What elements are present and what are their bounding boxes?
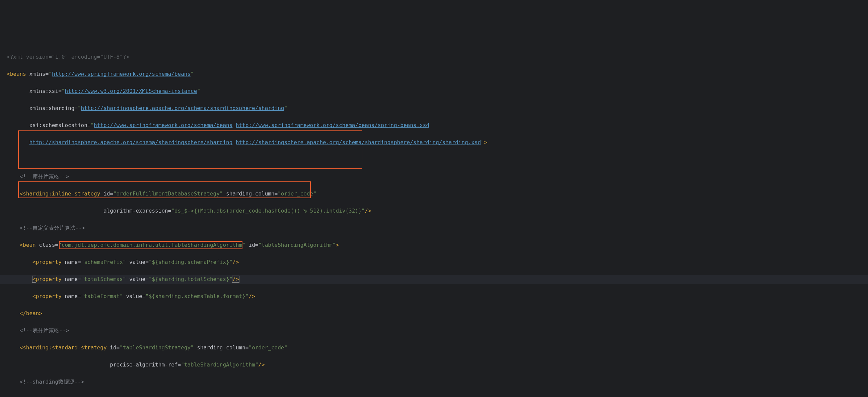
equals: = <box>117 344 120 351</box>
attr-name: class <box>39 242 55 248</box>
code-line[interactable]: </bean> <box>0 309 868 318</box>
equals: = <box>97 396 100 397</box>
equals: = <box>55 242 59 248</box>
tag-close: > <box>484 139 488 145</box>
url-link[interactable]: http://www.w3.org/2001/XMLSchema-instanc… <box>65 88 197 94</box>
equals: = <box>110 191 113 197</box>
indent <box>7 88 29 94</box>
attr-name: xsi:schemaLocation <box>29 122 87 129</box>
xml-decl-attr: encoding <box>68 54 97 60</box>
tag-close: /> <box>232 259 239 265</box>
xml-comment: <!--库分片策略--> <box>20 173 69 180</box>
attr-name: algorithm-expression <box>103 207 168 214</box>
url-link[interactable]: http://shardingsphere.apache.org/schema/… <box>81 105 284 111</box>
attr-value: "tableShardingStrategy" <box>120 344 194 351</box>
code-line[interactable]: <sharding:inline-strategy id="orderFulfi… <box>0 190 868 198</box>
code-line[interactable]: <!--自定义表分片算法--> <box>0 224 868 232</box>
attr-name: id <box>90 396 97 397</box>
quote: " <box>62 88 65 94</box>
attr-value: "ds_$->{(Math.abs(order_code.hashCode())… <box>171 207 365 214</box>
code-line[interactable]: xsi:schemaLocation="http://www.springfra… <box>0 121 868 130</box>
attr-name: name <box>65 259 78 265</box>
tag-open: < <box>32 276 36 282</box>
tag-open: < <box>7 259 36 265</box>
attr-value: "${sharding.totalSchemas}" <box>149 276 232 282</box>
attr-name: precise-algorithm-ref <box>110 362 178 368</box>
code-line[interactable]: <property name="tableFormat" value="${sh… <box>0 292 868 301</box>
indent <box>7 139 29 145</box>
tag-name: property <box>36 293 65 300</box>
tag-open: < <box>7 344 23 351</box>
url-link[interactable]: http://shardingsphere.apache.org/schema/… <box>29 139 232 145</box>
tag-open: < <box>7 396 23 397</box>
code-line-blank[interactable] <box>0 155 868 164</box>
attr-name: value <box>126 259 145 265</box>
code-line-cursor[interactable]: <property name="totalSchemas" value="${s… <box>0 275 868 284</box>
quote: " <box>90 122 94 129</box>
xml-decl-val: ="UTF-8" <box>97 54 123 60</box>
indent <box>7 173 20 180</box>
tag-close: > <box>336 242 339 248</box>
attr-name: id <box>103 191 110 197</box>
code-line[interactable]: <!--表分片策略--> <box>0 326 868 335</box>
code-line[interactable]: <sharding:data-source id="orderFulfillme… <box>0 395 868 397</box>
equals: = <box>275 191 278 197</box>
equals: = <box>78 293 81 300</box>
tag-close: /> <box>249 293 255 300</box>
equals: = <box>74 105 78 111</box>
code-line[interactable]: <?xml version="1.0" encoding="UTF-8"?> <box>0 53 868 61</box>
attr-value: "orderFulfillmentShardingJDBCDataSource" <box>100 396 229 397</box>
space <box>232 139 236 145</box>
url-link[interactable]: http://www.springframework.org/schema/be… <box>94 122 232 129</box>
code-line[interactable]: xmlns:xsi="http://www.w3.org/2001/XMLSch… <box>0 87 868 95</box>
equals: = <box>178 362 181 368</box>
attr-value: "order_code" <box>249 344 288 351</box>
attr-value: "${sharding.schemaPrefix}" <box>149 259 232 265</box>
xml-comment: <!--自定义表分片算法--> <box>20 225 85 231</box>
xml-comment: <!--表分片策略--> <box>20 327 69 334</box>
tag-open: </ <box>7 310 26 316</box>
equals: = <box>145 276 149 282</box>
equals: = <box>58 88 62 94</box>
equals: = <box>245 344 249 351</box>
attr-value: "${sharding.schemaTable.format}" <box>145 293 248 300</box>
quote: " <box>78 105 81 111</box>
tag-close: /> <box>365 207 371 214</box>
url-link[interactable]: http://shardingsphere.apache.org/schema/… <box>236 139 481 145</box>
equals: = <box>78 259 81 265</box>
indent <box>7 105 29 111</box>
tag-name: sharding:data-source <box>23 396 90 397</box>
code-editor[interactable]: <?xml version="1.0" encoding="UTF-8"?> <… <box>0 35 868 397</box>
code-line[interactable]: http://shardingsphere.apache.org/schema/… <box>0 138 868 147</box>
attr-value: "tableFormat" <box>81 293 123 300</box>
indent <box>7 207 103 214</box>
code-line[interactable]: <!--库分片策略--> <box>0 172 868 181</box>
attr-value: "orderFulfillmentDatabaseStrategy" <box>113 191 223 197</box>
code-line[interactable]: <sharding:standard-strategy id="tableSha… <box>0 343 868 352</box>
attr-name: id <box>245 242 255 248</box>
url-link[interactable]: http://www.springframework.org/schema/be… <box>236 122 429 129</box>
code-line[interactable]: <beans xmlns="http://www.springframework… <box>0 70 868 79</box>
attr-name: xmlns:sharding <box>29 105 74 111</box>
attr-name: value <box>123 293 142 300</box>
tag-name: sharding:standard-strategy <box>23 344 110 351</box>
code-line[interactable]: xmlns:sharding="http://shardingsphere.ap… <box>0 104 868 113</box>
tag-name: bean <box>26 310 39 316</box>
indent <box>7 225 20 231</box>
code-line[interactable]: algorithm-expression="ds_$->{(Math.abs(o… <box>0 206 868 215</box>
indent <box>7 122 29 129</box>
tag-name: bean <box>23 242 39 248</box>
code-line[interactable]: <bean class="com.jdl.uep.ofc.domain.infr… <box>0 241 868 250</box>
xml-decl-attr: xml version <box>13 54 49 60</box>
attr-value: "schemaPrefix" <box>81 259 126 265</box>
xml-comment: <!--sharding数据源--> <box>20 378 84 385</box>
quote: " <box>284 105 287 111</box>
tag-open: < <box>7 191 23 197</box>
url-link[interactable]: http://www.springframework.org/schema/be… <box>52 71 190 77</box>
attr-name: name <box>65 276 78 282</box>
quote: " <box>197 88 200 94</box>
code-line[interactable]: precise-algorithm-ref="tableShardingAlgo… <box>0 361 868 369</box>
tag-close: > <box>39 310 42 316</box>
code-line[interactable]: <!--sharding数据源--> <box>0 377 868 386</box>
code-line[interactable]: <property name="schemaPrefix" value="${s… <box>0 258 868 266</box>
